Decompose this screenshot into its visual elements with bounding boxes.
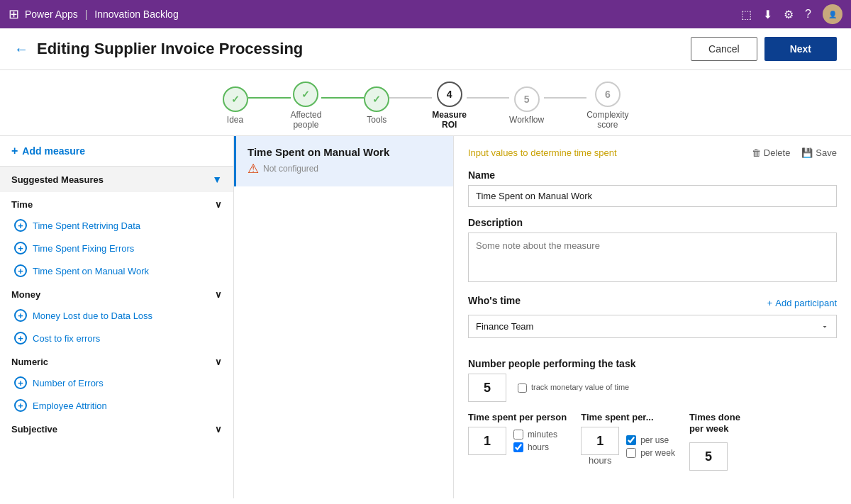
time-spent-per-label: Time spent per... xyxy=(581,412,675,422)
minutes-checkbox[interactable] xyxy=(513,430,523,439)
section-label-money: Money xyxy=(11,289,40,300)
measure-card[interactable]: Time Spent on Manual Work ⚠ Not configur… xyxy=(234,136,453,186)
time-spent-box[interactable]: 1 xyxy=(581,427,619,455)
connector-3 xyxy=(389,97,432,99)
add-participant-label: Add participant xyxy=(775,298,837,308)
number-people-box[interactable]: 5 xyxy=(468,374,506,402)
item-label-time-1: Time Spent Retriving Data xyxy=(33,220,140,231)
section-label-subjective: Subjective xyxy=(11,424,57,435)
list-item-money-1[interactable]: + Money Lost due to Data Loss xyxy=(0,304,233,327)
section-header-subjective[interactable]: Subjective ∨ xyxy=(0,417,233,439)
save-icon: 💾 xyxy=(801,147,813,158)
chevron-down-icon-subjective: ∨ xyxy=(215,424,222,435)
save-button[interactable]: 💾 Save xyxy=(801,147,837,158)
time-checkboxes: minutes hours xyxy=(513,430,557,452)
suggested-label: Suggested Measures xyxy=(11,174,104,185)
delete-label: Delete xyxy=(764,147,791,158)
brand-label: Power Apps xyxy=(25,9,78,20)
input-hint: Input values to determine time spent xyxy=(468,147,617,158)
page-header: ← Editing Supplier Invoice Processing Ca… xyxy=(0,28,851,70)
connector-4 xyxy=(467,97,509,99)
step-circle-complexity: 6 xyxy=(595,82,621,107)
step-circle-workflow: 5 xyxy=(514,86,540,112)
step-label-idea: Idea xyxy=(227,115,243,125)
help-icon[interactable]: ? xyxy=(805,8,811,21)
avatar[interactable]: 👤 xyxy=(823,4,842,24)
name-label: Name xyxy=(468,169,837,181)
connector-2 xyxy=(321,97,364,99)
section-header-time[interactable]: Time ∨ xyxy=(0,192,233,214)
minutes-label: minutes xyxy=(528,430,557,439)
per-use-checkbox[interactable] xyxy=(626,435,636,445)
section-header-numeric[interactable]: Numeric ∨ xyxy=(0,349,233,371)
chevron-down-icon-time: ∨ xyxy=(215,199,222,210)
step-circle-idea: ✓ xyxy=(223,86,248,112)
hours-checkbox[interactable] xyxy=(513,442,523,452)
step-label-workflow: Workflow xyxy=(509,115,544,125)
per-week-text: per week xyxy=(640,448,675,458)
item-label-money-2: Cost to fix errors xyxy=(33,333,100,344)
list-item-time-2[interactable]: + Time Spent Fixing Errors xyxy=(0,237,233,259)
connector-5 xyxy=(544,97,586,99)
number-people-row: 5 track monetary value of time xyxy=(468,374,837,402)
step-complexity: 6 Complexityscore xyxy=(586,82,628,130)
save-label: Save xyxy=(816,147,837,158)
grid-icon[interactable]: ⊞ xyxy=(9,6,19,22)
step-circle-tools: ✓ xyxy=(364,86,389,112)
topbar: ⊞ Power Apps | Innovation Backlog ⬚ ⬇ ⚙ … xyxy=(0,0,851,28)
add-icon-money-2: + xyxy=(14,332,27,345)
item-label-numeric-2: Employee Attrition xyxy=(33,401,107,411)
not-configured-icon: ⚠ xyxy=(247,161,259,177)
per-week-checkbox[interactable] xyxy=(626,448,636,458)
team-select[interactable]: Finance Team xyxy=(468,315,837,338)
plus-icon: + xyxy=(11,145,18,157)
list-item-time-1[interactable]: + Time Spent Retriving Data xyxy=(0,214,233,237)
add-measure-button[interactable]: + Add measure xyxy=(0,136,233,167)
delete-button[interactable]: 🗑 Delete xyxy=(752,147,791,158)
number-people-value: 5 xyxy=(484,381,491,396)
times-done-box[interactable]: 5 xyxy=(689,442,728,471)
monitor-icon[interactable]: ⬚ xyxy=(741,8,752,21)
step-measure: 4 MeasureROI xyxy=(432,82,467,130)
times-done-field: Times done per week 5 xyxy=(689,412,753,471)
item-label-time-3: Time Spent on Manual Work xyxy=(33,266,149,276)
list-item-numeric-2[interactable]: + Employee Attrition xyxy=(0,394,233,417)
back-button[interactable]: ← xyxy=(14,41,28,57)
filter-icon[interactable]: ▼ xyxy=(212,174,222,185)
center-panel: Time Spent on Manual Work ⚠ Not configur… xyxy=(234,136,454,498)
step-label-complexity: Complexityscore xyxy=(586,110,628,130)
download-icon[interactable]: ⬇ xyxy=(763,8,772,21)
section-header-money[interactable]: Money ∨ xyxy=(0,282,233,304)
track-monetary-checkbox[interactable] xyxy=(518,383,527,393)
next-button[interactable]: Next xyxy=(764,37,837,61)
add-icon-time-2: + xyxy=(14,242,27,254)
step-label-affected: Affectedpeople xyxy=(291,110,322,130)
right-panel-header: Input values to determine time spent 🗑 D… xyxy=(468,147,837,158)
cancel-button[interactable]: Cancel xyxy=(691,37,757,61)
name-input[interactable] xyxy=(468,185,837,207)
number-people-label: Number people performing the task xyxy=(468,358,837,369)
settings-icon[interactable]: ⚙ xyxy=(784,8,794,21)
times-done-label: Times done per week xyxy=(689,412,753,434)
time-per-person-row: 1 minutes hours xyxy=(468,427,567,455)
right-panel-actions: 🗑 Delete 💾 Save xyxy=(752,147,837,158)
add-measure-label: Add measure xyxy=(22,145,85,157)
time-spent-value: 1 xyxy=(596,434,604,449)
list-item-time-3[interactable]: + Time Spent on Manual Work xyxy=(0,259,233,282)
description-input[interactable] xyxy=(468,233,837,282)
time-spent-per-row: 1 hours per use per week xyxy=(581,427,675,466)
per-week-label: per week xyxy=(626,448,675,458)
time-spent-per-field: Time spent per... 1 hours per use xyxy=(581,412,675,466)
hours-label: hours xyxy=(528,442,549,452)
add-participant-button[interactable]: + Add participant xyxy=(767,298,837,308)
list-item-numeric-1[interactable]: + Number of Errors xyxy=(0,371,233,394)
time-per-person-box[interactable]: 1 xyxy=(468,427,506,455)
not-configured-label: Not configured xyxy=(263,164,318,174)
page-title: Editing Supplier Invoice Processing xyxy=(37,40,691,58)
delete-icon: 🗑 xyxy=(752,147,761,158)
per-use-label: per use xyxy=(626,435,675,445)
item-label-money-1: Money Lost due to Data Loss xyxy=(33,310,152,321)
hours-checkbox-label: hours xyxy=(513,442,557,452)
measure-card-subtitle: ⚠ Not configured xyxy=(247,161,442,177)
list-item-money-2[interactable]: + Cost to fix errors xyxy=(0,327,233,349)
